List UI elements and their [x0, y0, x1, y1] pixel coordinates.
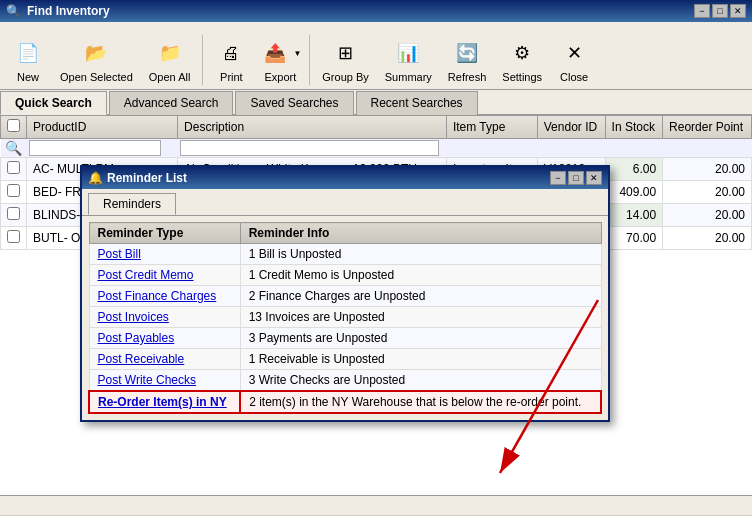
cell-reorder-point: 20.00 — [663, 181, 752, 204]
minimize-button[interactable]: − — [694, 4, 710, 18]
reminder-info: 3 Payments are Unposted — [240, 328, 601, 349]
export-button[interactable]: 📤 ▼ Export — [257, 35, 303, 85]
reminder-link-reorder[interactable]: Re-Order Item(s) in NY — [98, 395, 227, 409]
close-toolbar-icon: ✕ — [558, 37, 590, 69]
open-selected-button[interactable]: 📂 Open Selected — [54, 35, 139, 85]
export-icon: 📤 — [259, 37, 291, 69]
reminder-link[interactable]: Post Credit Memo — [98, 268, 194, 282]
col-header-checkbox — [1, 116, 27, 139]
row-checkbox[interactable] — [7, 207, 20, 220]
reminder-row[interactable]: Post Payables 3 Payments are Unposted — [89, 328, 601, 349]
reminder-info: 1 Credit Memo is Unposted — [240, 265, 601, 286]
reminder-row[interactable]: Post Write Checks 3 Write Checks are Unp… — [89, 370, 601, 392]
reminder-row[interactable]: Post Receivable 1 Receivable is Unposted — [89, 349, 601, 370]
reminder-link[interactable]: Post Invoices — [98, 310, 169, 324]
reminder-close-button[interactable]: ✕ — [586, 171, 602, 185]
reminder-info-reorder: 2 item(s) in the NY Warehouse that is be… — [240, 391, 601, 413]
row-checkbox[interactable] — [7, 230, 20, 243]
tab-advanced-search[interactable]: Advanced Search — [109, 91, 234, 115]
reminder-tab-bar: Reminders — [82, 189, 608, 216]
col-header-reminder-info: Reminder Info — [240, 223, 601, 244]
separator-1 — [202, 35, 203, 85]
settings-icon: ⚙ — [506, 37, 538, 69]
reminder-info: 13 Invoices are Unposted — [240, 307, 601, 328]
settings-button[interactable]: ⚙ Settings — [496, 35, 548, 85]
filter-vendor-id[interactable] — [537, 139, 605, 158]
tab-reminders[interactable]: Reminders — [88, 193, 176, 215]
reminder-title-text: 🔔 Reminder List — [88, 171, 187, 185]
open-all-label: Open All — [149, 71, 191, 83]
open-all-button[interactable]: 📁 Open All — [143, 35, 197, 85]
summary-button[interactable]: 📊 Summary — [379, 35, 438, 85]
filter-reorder-point[interactable] — [663, 139, 752, 158]
tab-quick-search[interactable]: Quick Search — [0, 91, 107, 115]
print-label: Print — [220, 71, 243, 83]
cell-in-stock: 409.00 — [605, 181, 663, 204]
reminder-title-bar: 🔔 Reminder List − □ ✕ — [82, 167, 608, 189]
reminder-link[interactable]: Post Receivable — [98, 352, 185, 366]
print-button[interactable]: 🖨 Print — [209, 35, 253, 85]
reminder-header-row: Reminder Type Reminder Info — [89, 223, 601, 244]
col-header-description[interactable]: Description — [178, 116, 447, 139]
tab-recent-searches[interactable]: Recent Searches — [356, 91, 478, 115]
close-button[interactable]: ✕ — [730, 4, 746, 18]
col-header-item-type[interactable]: Item Type — [446, 116, 537, 139]
refresh-label: Refresh — [448, 71, 487, 83]
close-toolbar-button[interactable]: ✕ Close — [552, 35, 596, 85]
filter-row: 🔍 — [1, 139, 752, 158]
row-checkbox[interactable] — [7, 161, 20, 174]
title-bar-left: 🔍 Find Inventory — [6, 4, 110, 18]
maximize-button[interactable]: □ — [712, 4, 728, 18]
reminder-list-window: 🔔 Reminder List − □ ✕ Reminders Reminder… — [80, 165, 610, 422]
filter-in-stock[interactable] — [605, 139, 663, 158]
reminder-minimize-button[interactable]: − — [550, 171, 566, 185]
summary-label: Summary — [385, 71, 432, 83]
reminder-controls: − □ ✕ — [550, 171, 602, 185]
separator-2 — [309, 35, 310, 85]
reminder-link[interactable]: Post Bill — [98, 247, 141, 261]
new-button[interactable]: 📄 New — [6, 35, 50, 85]
col-header-in-stock[interactable]: In Stock — [605, 116, 663, 139]
reminder-row[interactable]: Post Credit Memo 1 Credit Memo is Unpost… — [89, 265, 601, 286]
print-icon: 🖨 — [215, 37, 247, 69]
filter-product-id[interactable] — [27, 139, 178, 158]
filter-description[interactable] — [178, 139, 447, 158]
cell-reorder-point: 20.00 — [663, 158, 752, 181]
reminder-row-highlighted[interactable]: Re-Order Item(s) in NY 2 item(s) in the … — [89, 391, 601, 413]
reminder-content: Reminder Type Reminder Info Post Bill 1 … — [82, 216, 608, 420]
filter-description-input[interactable] — [180, 140, 439, 156]
reminder-info: 1 Bill is Unposted — [240, 244, 601, 265]
select-all-checkbox[interactable] — [7, 119, 20, 132]
filter-checkbox-col: 🔍 — [1, 139, 27, 158]
reminder-info: 1 Receivable is Unposted — [240, 349, 601, 370]
reminder-info: 3 Write Checks are Unposted — [240, 370, 601, 392]
cell-reorder-point: 20.00 — [663, 204, 752, 227]
summary-icon: 📊 — [392, 37, 424, 69]
filter-item-type[interactable] — [446, 139, 537, 158]
reminder-link[interactable]: Post Finance Charges — [98, 289, 217, 303]
cell-in-stock: 14.00 — [605, 204, 663, 227]
reminder-maximize-button[interactable]: □ — [568, 171, 584, 185]
reminder-row[interactable]: Post Invoices 13 Invoices are Unposted — [89, 307, 601, 328]
col-header-vendor-id[interactable]: Vendor ID — [537, 116, 605, 139]
reminder-row[interactable]: Post Bill 1 Bill is Unposted — [89, 244, 601, 265]
reminder-table-body: Post Bill 1 Bill is Unposted Post Credit… — [89, 244, 601, 414]
refresh-icon: 🔄 — [451, 37, 483, 69]
col-header-reorder-point[interactable]: Reorder Point — [663, 116, 752, 139]
cell-in-stock: 70.00 — [605, 227, 663, 250]
reminder-link[interactable]: Post Payables — [98, 331, 175, 345]
close-toolbar-label: Close — [560, 71, 588, 83]
title-bar: 🔍 Find Inventory − □ ✕ — [0, 0, 752, 22]
export-label: Export — [264, 71, 296, 83]
reminder-link[interactable]: Post Write Checks — [98, 373, 196, 387]
filter-product-id-input[interactable] — [29, 140, 161, 156]
col-header-product-id[interactable]: ProductID — [27, 116, 178, 139]
main-area: ProductID Description Item Type Vendor I… — [0, 115, 752, 515]
refresh-button[interactable]: 🔄 Refresh — [442, 35, 493, 85]
tab-saved-searches[interactable]: Saved Searches — [235, 91, 353, 115]
group-by-button[interactable]: ⊞ Group By — [316, 35, 374, 85]
reminder-row[interactable]: Post Finance Charges 2 Finance Charges a… — [89, 286, 601, 307]
reminder-title: Reminder List — [107, 171, 187, 185]
group-by-icon: ⊞ — [330, 37, 362, 69]
row-checkbox[interactable] — [7, 184, 20, 197]
